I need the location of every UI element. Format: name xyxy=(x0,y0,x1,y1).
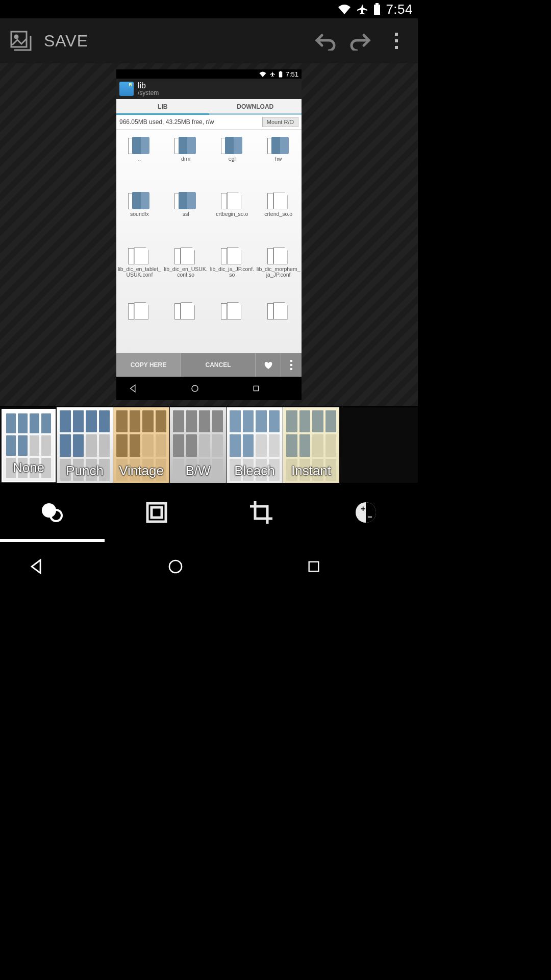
filter-none[interactable]: None xyxy=(2,409,56,482)
file-icon xyxy=(221,192,243,209)
folder-item[interactable]: ssl xyxy=(163,188,209,243)
file-item[interactable]: lib_dic_en_tablet_USUK.conf xyxy=(116,243,163,298)
svg-rect-7 xyxy=(279,71,282,77)
svg-rect-1 xyxy=(375,3,379,5)
crop-icon xyxy=(248,499,274,526)
file-icon xyxy=(128,302,151,320)
frame-icon xyxy=(144,500,169,525)
inner-nav-bar xyxy=(116,377,302,400)
filter-bw[interactable]: B/W xyxy=(170,407,226,483)
recents-button[interactable] xyxy=(307,559,390,574)
file-label: drm xyxy=(180,156,191,162)
svg-rect-0 xyxy=(374,5,380,15)
tab-lib[interactable]: LIB xyxy=(116,99,209,115)
svg-point-3 xyxy=(15,35,18,38)
status-bar: 7:54 xyxy=(0,0,418,18)
filter-punch[interactable]: Punch xyxy=(57,407,113,483)
folder-path: /system xyxy=(138,90,159,96)
undo-button[interactable] xyxy=(313,31,337,51)
file-label: crtend_so.o xyxy=(263,211,293,217)
back-button[interactable] xyxy=(28,558,112,575)
file-item[interactable]: crtbegin_so.o xyxy=(209,188,256,243)
inner-status-bar: 7:51 xyxy=(116,69,302,79)
file-item[interactable]: lib_dic_en_USUK.conf.so xyxy=(163,243,209,298)
folder-item[interactable]: soundfx xyxy=(116,188,163,243)
airplane-icon xyxy=(356,3,368,15)
filter-strip[interactable]: NonePunchVintageB/WBleachInstant xyxy=(0,406,418,483)
tool-crop[interactable] xyxy=(209,483,314,542)
file-label: lib_dic_en_tablet_USUK.conf xyxy=(116,266,163,278)
folder-item[interactable]: drm xyxy=(163,133,209,188)
svg-rect-17 xyxy=(152,507,162,518)
svg-text:−: − xyxy=(367,512,372,521)
storage-info: 966.05MB used, 43.25MB free, r/w Mount R… xyxy=(116,115,302,130)
folder-icon xyxy=(174,137,197,154)
svg-rect-16 xyxy=(147,503,166,522)
redo-button[interactable] xyxy=(348,31,373,51)
file-item[interactable]: lib_dic_morphem_ja_JP.conf xyxy=(255,243,302,298)
file-item[interactable]: lib_dic_ja_JP.conf.so xyxy=(209,243,256,298)
file-item[interactable] xyxy=(163,298,209,353)
file-grid[interactable]: ..drmeglhwsoundfxsslcrtbegin_so.ocrtend_… xyxy=(116,130,302,353)
folder-icon xyxy=(267,137,290,154)
back-button[interactable] xyxy=(129,384,166,393)
overflow-menu-button[interactable] xyxy=(384,31,409,51)
file-action-bar: COPY HERE CANCEL xyxy=(116,353,302,377)
file-label: hw xyxy=(274,156,283,162)
file-manager-appbar: lib /system xyxy=(116,79,302,99)
battery-icon xyxy=(279,71,283,78)
inner-status-time: 7:51 xyxy=(286,70,298,78)
favorite-button[interactable] xyxy=(256,353,281,377)
tool-effects[interactable] xyxy=(0,483,105,542)
save-label: SAVE xyxy=(44,32,88,51)
filter-instant[interactable]: Instant xyxy=(283,407,339,483)
wifi-icon xyxy=(259,71,266,77)
file-item[interactable] xyxy=(116,298,163,353)
svg-text:+: + xyxy=(361,504,365,513)
editor-canvas[interactable]: 7:51 lib /system LIB DOWNLOAD 966.05MB u… xyxy=(0,63,418,406)
file-label: lib_dic_ja_JP.conf.so xyxy=(209,266,256,278)
file-manager-tabs: LIB DOWNLOAD xyxy=(116,99,302,115)
filter-bleach[interactable]: Bleach xyxy=(227,407,283,483)
filter-label: Instant xyxy=(291,463,331,483)
recents-button[interactable] xyxy=(252,384,289,393)
svg-rect-11 xyxy=(290,368,292,370)
folder-item[interactable]: hw xyxy=(255,133,302,188)
effects-icon xyxy=(38,501,66,524)
folder-item[interactable]: egl xyxy=(209,133,256,188)
file-icon xyxy=(174,247,197,264)
more-button[interactable] xyxy=(281,353,302,377)
mount-button[interactable]: Mount R/O xyxy=(262,117,298,127)
filter-label: Bleach xyxy=(234,463,275,483)
file-icon xyxy=(267,192,290,209)
image-icon xyxy=(9,30,34,52)
status-time: 7:54 xyxy=(386,2,413,17)
file-item[interactable] xyxy=(209,298,256,353)
file-label: ssl xyxy=(182,211,190,217)
tab-download[interactable]: DOWNLOAD xyxy=(209,99,302,115)
file-item[interactable]: crtend_so.o xyxy=(255,188,302,243)
svg-rect-4 xyxy=(395,33,398,36)
copy-here-button[interactable]: COPY HERE xyxy=(116,353,181,377)
file-manager-app-icon xyxy=(119,82,134,96)
editor-toolbar: +− xyxy=(0,483,418,542)
file-icon xyxy=(174,302,197,320)
file-label: lib_dic_en_USUK.conf.so xyxy=(163,266,209,278)
adjust-icon: +− xyxy=(354,500,378,525)
svg-rect-13 xyxy=(254,386,259,390)
save-button[interactable]: SAVE xyxy=(9,30,302,52)
svg-point-12 xyxy=(192,385,198,391)
file-icon xyxy=(267,302,290,320)
system-nav-bar xyxy=(0,542,418,591)
tool-frame[interactable] xyxy=(105,483,209,542)
svg-point-21 xyxy=(169,560,182,573)
file-item[interactable] xyxy=(255,298,302,353)
filter-vintage[interactable]: Vintage xyxy=(113,407,169,483)
tool-adjust[interactable]: +− xyxy=(313,483,418,542)
home-button[interactable] xyxy=(190,384,228,393)
home-button[interactable] xyxy=(167,558,251,575)
cancel-button[interactable]: CANCEL xyxy=(181,353,256,377)
filter-label: Punch xyxy=(66,463,104,483)
file-icon xyxy=(221,247,243,264)
folder-item[interactable]: .. xyxy=(116,133,163,188)
